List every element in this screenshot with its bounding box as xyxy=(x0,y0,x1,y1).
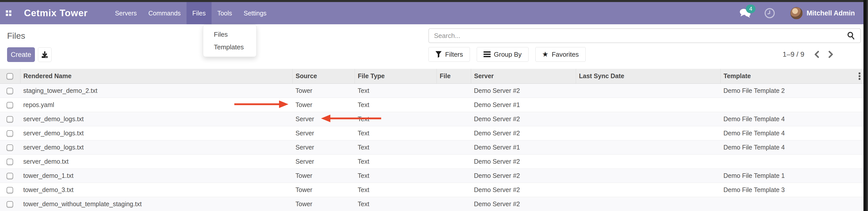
menu-servers[interactable]: Servers xyxy=(109,2,143,24)
table-row[interactable]: server_demo_logs.txt Server Text Demo Se… xyxy=(0,112,863,126)
cell-source[interactable]: Server xyxy=(292,154,354,169)
cell-rendered-name[interactable]: server_demo_logs.txt xyxy=(20,126,292,140)
cell-server[interactable]: Demo Server #2 xyxy=(471,84,576,98)
cell-file-type[interactable]: Text xyxy=(354,154,437,169)
optional-columns-icon[interactable] xyxy=(859,72,860,80)
cell-source[interactable]: Server xyxy=(292,112,354,126)
cell-file-type[interactable]: Text xyxy=(354,140,437,154)
cell-file-type[interactable]: Text xyxy=(354,169,437,183)
cell-file[interactable] xyxy=(437,98,471,112)
table-row[interactable]: tower_demo_3.txt Tower Text Demo Server … xyxy=(0,183,863,197)
cell-file[interactable] xyxy=(437,84,471,98)
column-header-file-type[interactable]: File Type xyxy=(354,69,437,84)
row-checkbox[interactable] xyxy=(7,159,13,165)
cell-template[interactable]: Demo File Template 4 xyxy=(720,126,863,140)
cell-template[interactable] xyxy=(720,98,863,112)
cell-server[interactable]: Demo Server #2 xyxy=(471,169,576,183)
row-checkbox[interactable] xyxy=(7,116,13,123)
cell-file-type[interactable]: Text xyxy=(354,84,437,98)
cell-server[interactable]: Demo Server #2 xyxy=(471,183,576,197)
cell-file[interactable] xyxy=(437,197,471,211)
cell-file[interactable] xyxy=(437,154,471,169)
cell-last-sync-date[interactable] xyxy=(576,126,720,140)
cell-file-type[interactable]: Text xyxy=(354,183,437,197)
search-icon[interactable] xyxy=(847,31,855,40)
table-row[interactable]: server_demo_logs.txt Server Text Demo Se… xyxy=(0,126,863,140)
table-row[interactable]: tower_demo_1.txt Tower Text Demo Server … xyxy=(0,169,863,183)
table-row[interactable]: server_demo_logs.txt Server Text Demo Se… xyxy=(0,140,863,154)
cell-file-type[interactable]: Text xyxy=(354,197,437,211)
dropdown-item-templates[interactable]: Templates xyxy=(203,41,256,53)
column-header-template[interactable]: Template xyxy=(720,69,863,84)
export-button[interactable] xyxy=(38,47,52,62)
cell-template[interactable]: Demo File Template 1 xyxy=(720,169,863,183)
row-checkbox[interactable] xyxy=(7,201,13,208)
row-checkbox[interactable] xyxy=(7,130,13,137)
apps-grid-icon[interactable] xyxy=(6,10,11,16)
menu-commands[interactable]: Commands xyxy=(143,2,187,24)
user-menu[interactable]: Mitchell Admin xyxy=(790,7,855,19)
column-header-file[interactable]: File xyxy=(437,69,471,84)
create-button[interactable]: Create xyxy=(7,47,35,62)
column-header-source[interactable]: Source xyxy=(292,69,354,84)
cell-file-type[interactable]: Text xyxy=(354,126,437,140)
row-checkbox[interactable] xyxy=(7,145,13,151)
cell-source[interactable]: Tower xyxy=(292,84,354,98)
row-checkbox[interactable] xyxy=(7,88,13,94)
column-header-rendered-name[interactable]: Rendered Name xyxy=(20,69,292,84)
cell-rendered-name[interactable]: server_demo_logs.txt xyxy=(20,140,292,154)
cell-last-sync-date[interactable] xyxy=(576,197,720,211)
cell-rendered-name[interactable]: repos.yaml xyxy=(20,98,292,112)
app-brand[interactable]: Cetmix Tower xyxy=(24,8,88,19)
filters-button[interactable]: Filters xyxy=(428,47,470,62)
cell-rendered-name[interactable]: server_demo.txt xyxy=(20,154,292,169)
row-checkbox[interactable] xyxy=(7,102,13,109)
cell-last-sync-date[interactable] xyxy=(576,84,720,98)
row-checkbox[interactable] xyxy=(7,173,13,179)
cell-rendered-name[interactable]: tower_demo_1.txt xyxy=(20,169,292,183)
menu-files[interactable]: Files xyxy=(187,2,212,24)
search-input[interactable] xyxy=(429,32,847,40)
cell-file-type[interactable]: Text xyxy=(354,98,437,112)
pager-next-button[interactable] xyxy=(826,49,836,60)
messages-button[interactable]: 4 xyxy=(739,8,751,18)
cell-file[interactable] xyxy=(437,126,471,140)
cell-rendered-name[interactable]: tower_demo_3.txt xyxy=(20,183,292,197)
cell-last-sync-date[interactable] xyxy=(576,154,720,169)
cell-file[interactable] xyxy=(437,140,471,154)
cell-last-sync-date[interactable] xyxy=(576,169,720,183)
cell-template[interactable] xyxy=(720,197,863,211)
activities-button[interactable] xyxy=(764,8,775,19)
cell-template[interactable]: Demo File Template 3 xyxy=(720,183,863,197)
cell-template[interactable]: Demo File Template 2 xyxy=(720,84,863,98)
cell-server[interactable]: Demo Server #2 xyxy=(471,154,576,169)
select-all-checkbox[interactable] xyxy=(7,73,13,80)
cell-source[interactable]: Tower xyxy=(292,169,354,183)
cell-server[interactable]: Demo Server #2 xyxy=(471,197,576,211)
cell-file[interactable] xyxy=(437,112,471,126)
pager-previous-button[interactable] xyxy=(812,49,822,60)
cell-last-sync-date[interactable] xyxy=(576,98,720,112)
cell-server[interactable]: Demo Server #1 xyxy=(471,140,576,154)
table-row[interactable]: repos.yaml Tower Text Demo Server #1 xyxy=(0,98,863,112)
cell-source[interactable]: Tower xyxy=(292,183,354,197)
row-checkbox[interactable] xyxy=(7,187,13,193)
cell-server[interactable]: Demo Server #2 xyxy=(471,112,576,126)
cell-template[interactable]: Demo File Template 4 xyxy=(720,112,863,126)
cell-source[interactable]: Tower xyxy=(292,197,354,211)
menu-settings[interactable]: Settings xyxy=(238,2,272,24)
cell-last-sync-date[interactable] xyxy=(576,183,720,197)
cell-server[interactable]: Demo Server #2 xyxy=(471,126,576,140)
cell-rendered-name[interactable]: server_demo_logs.txt xyxy=(20,112,292,126)
menu-tools[interactable]: Tools xyxy=(212,2,238,24)
favorites-button[interactable]: ★ Favorites xyxy=(535,47,586,62)
cell-source[interactable]: Tower xyxy=(292,98,354,112)
cell-rendered-name[interactable]: staging_tower_demo_2.txt xyxy=(20,84,292,98)
cell-source[interactable]: Server xyxy=(292,140,354,154)
cell-template[interactable]: Demo File Template 4 xyxy=(720,140,863,154)
group-by-button[interactable]: Group By xyxy=(477,47,529,62)
cell-last-sync-date[interactable] xyxy=(576,112,720,126)
dropdown-item-files[interactable]: Files xyxy=(203,28,256,41)
cell-last-sync-date[interactable] xyxy=(576,140,720,154)
cell-source[interactable]: Server xyxy=(292,126,354,140)
